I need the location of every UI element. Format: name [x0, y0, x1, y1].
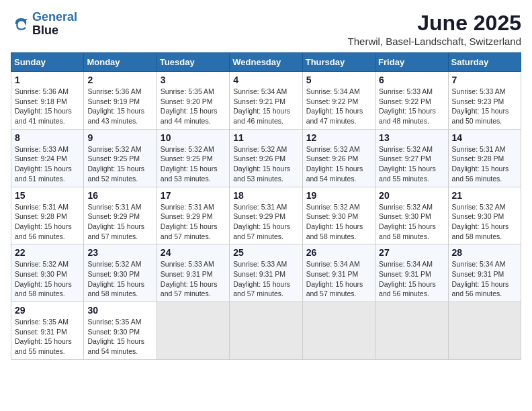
weekday-header-thursday: Thursday [302, 53, 375, 72]
day-info: Sunrise: 5:34 AMSunset: 9:31 PMDaylight:… [306, 259, 371, 299]
calendar-cell: 16Sunrise: 5:31 AMSunset: 9:29 PMDayligh… [84, 187, 157, 244]
calendar-cell: 24Sunrise: 5:33 AMSunset: 9:31 PMDayligh… [157, 244, 229, 302]
calendar-cell [448, 302, 521, 360]
day-number: 9 [87, 132, 152, 143]
weekday-header-friday: Friday [375, 53, 448, 72]
day-number: 10 [161, 132, 226, 143]
day-info: Sunrise: 5:31 AMSunset: 9:28 PMDaylight:… [452, 144, 517, 184]
calendar-cell: 8Sunrise: 5:33 AMSunset: 9:24 PMDaylight… [11, 129, 84, 187]
calendar-cell: 9Sunrise: 5:32 AMSunset: 9:25 PMDaylight… [84, 129, 157, 187]
day-info: Sunrise: 5:33 AMSunset: 9:23 PMDaylight:… [452, 87, 517, 126]
day-info: Sunrise: 5:34 AMSunset: 9:31 PMDaylight:… [379, 259, 444, 299]
day-info: Sunrise: 5:31 AMSunset: 9:29 PMDaylight:… [87, 202, 152, 242]
calendar-cell: 27Sunrise: 5:34 AMSunset: 9:31 PMDayligh… [375, 244, 448, 302]
weekday-header-wednesday: Wednesday [230, 53, 302, 72]
day-number: 12 [306, 132, 371, 143]
calendar-cell: 6Sunrise: 5:33 AMSunset: 9:22 PMDaylight… [375, 72, 448, 130]
calendar-cell [230, 302, 302, 360]
calendar-cell: 25Sunrise: 5:33 AMSunset: 9:31 PMDayligh… [230, 244, 302, 302]
day-number: 13 [379, 132, 444, 143]
page-header: General Blue June 2025 Therwil, Basel-La… [11, 11, 521, 47]
calendar-cell: 11Sunrise: 5:32 AMSunset: 9:26 PMDayligh… [230, 129, 302, 187]
calendar-cell: 19Sunrise: 5:32 AMSunset: 9:30 PMDayligh… [302, 187, 375, 244]
day-info: Sunrise: 5:36 AMSunset: 9:18 PMDaylight:… [15, 87, 80, 126]
calendar-week-row: 15Sunrise: 5:31 AMSunset: 9:28 PMDayligh… [11, 187, 521, 244]
page-subtitle: Therwil, Basel-Landschaft, Switzerland [348, 36, 521, 47]
calendar-table: SundayMondayTuesdayWednesdayThursdayFrid… [11, 52, 521, 360]
calendar-cell: 26Sunrise: 5:34 AMSunset: 9:31 PMDayligh… [302, 244, 375, 302]
calendar-cell: 28Sunrise: 5:34 AMSunset: 9:31 PMDayligh… [448, 244, 521, 302]
day-number: 1 [15, 75, 80, 85]
day-number: 8 [15, 132, 80, 143]
day-number: 30 [87, 305, 152, 316]
calendar-cell [157, 302, 229, 360]
day-number: 27 [379, 247, 444, 258]
day-number: 2 [87, 75, 152, 85]
day-number: 4 [233, 75, 298, 85]
day-info: Sunrise: 5:36 AMSunset: 9:19 PMDaylight:… [87, 87, 152, 126]
calendar-cell: 10Sunrise: 5:32 AMSunset: 9:25 PMDayligh… [157, 129, 229, 187]
logo: General Blue [11, 11, 77, 38]
day-info: Sunrise: 5:34 AMSunset: 9:21 PMDaylight:… [233, 87, 298, 126]
calendar-week-row: 1Sunrise: 5:36 AMSunset: 9:18 PMDaylight… [11, 72, 521, 130]
day-info: Sunrise: 5:33 AMSunset: 9:31 PMDaylight:… [161, 259, 226, 299]
day-info: Sunrise: 5:32 AMSunset: 9:30 PMDaylight:… [306, 202, 371, 242]
calendar-week-row: 29Sunrise: 5:35 AMSunset: 9:31 PMDayligh… [11, 302, 521, 360]
day-number: 19 [306, 190, 371, 201]
day-number: 26 [306, 247, 371, 258]
calendar-week-row: 22Sunrise: 5:32 AMSunset: 9:30 PMDayligh… [11, 244, 521, 302]
day-number: 11 [233, 132, 298, 143]
day-number: 20 [379, 190, 444, 201]
calendar-cell: 4Sunrise: 5:34 AMSunset: 9:21 PMDaylight… [230, 72, 302, 130]
day-info: Sunrise: 5:32 AMSunset: 9:26 PMDaylight:… [233, 144, 298, 184]
calendar-cell: 22Sunrise: 5:32 AMSunset: 9:30 PMDayligh… [11, 244, 84, 302]
day-number: 16 [87, 190, 152, 201]
day-number: 18 [233, 190, 298, 201]
calendar-cell: 2Sunrise: 5:36 AMSunset: 9:19 PMDaylight… [84, 72, 157, 130]
day-info: Sunrise: 5:35 AMSunset: 9:20 PMDaylight:… [161, 87, 226, 126]
weekday-header-saturday: Saturday [448, 53, 521, 72]
day-info: Sunrise: 5:35 AMSunset: 9:31 PMDaylight:… [15, 317, 80, 357]
calendar-cell: 3Sunrise: 5:35 AMSunset: 9:20 PMDaylight… [157, 72, 229, 130]
calendar-cell: 21Sunrise: 5:32 AMSunset: 9:30 PMDayligh… [448, 187, 521, 244]
day-info: Sunrise: 5:31 AMSunset: 9:29 PMDaylight:… [161, 202, 226, 242]
day-number: 29 [15, 305, 80, 316]
calendar-cell: 17Sunrise: 5:31 AMSunset: 9:29 PMDayligh… [157, 187, 229, 244]
day-number: 23 [87, 247, 152, 258]
calendar-cell: 13Sunrise: 5:32 AMSunset: 9:27 PMDayligh… [375, 129, 448, 187]
calendar-cell [302, 302, 375, 360]
calendar-cell: 5Sunrise: 5:34 AMSunset: 9:22 PMDaylight… [302, 72, 375, 130]
day-number: 3 [161, 75, 226, 85]
day-number: 22 [15, 247, 80, 258]
day-info: Sunrise: 5:31 AMSunset: 9:29 PMDaylight:… [233, 202, 298, 242]
day-info: Sunrise: 5:35 AMSunset: 9:30 PMDaylight:… [87, 317, 152, 357]
day-info: Sunrise: 5:33 AMSunset: 9:24 PMDaylight:… [15, 144, 80, 184]
calendar-cell: 30Sunrise: 5:35 AMSunset: 9:30 PMDayligh… [84, 302, 157, 360]
day-number: 25 [233, 247, 298, 258]
logo-icon [11, 15, 30, 34]
calendar-week-row: 8Sunrise: 5:33 AMSunset: 9:24 PMDaylight… [11, 129, 521, 187]
day-number: 28 [452, 247, 517, 258]
calendar-cell: 20Sunrise: 5:32 AMSunset: 9:30 PMDayligh… [375, 187, 448, 244]
day-info: Sunrise: 5:34 AMSunset: 9:22 PMDaylight:… [306, 87, 371, 126]
day-number: 7 [452, 75, 517, 85]
day-info: Sunrise: 5:32 AMSunset: 9:26 PMDaylight:… [306, 144, 371, 184]
calendar-cell: 12Sunrise: 5:32 AMSunset: 9:26 PMDayligh… [302, 129, 375, 187]
day-number: 14 [452, 132, 517, 143]
day-info: Sunrise: 5:32 AMSunset: 9:30 PMDaylight:… [87, 259, 152, 299]
calendar-cell: 23Sunrise: 5:32 AMSunset: 9:30 PMDayligh… [84, 244, 157, 302]
day-info: Sunrise: 5:32 AMSunset: 9:27 PMDaylight:… [379, 144, 444, 184]
calendar-cell [375, 302, 448, 360]
day-info: Sunrise: 5:32 AMSunset: 9:25 PMDaylight:… [87, 144, 152, 184]
day-info: Sunrise: 5:32 AMSunset: 9:25 PMDaylight:… [161, 144, 226, 184]
calendar-cell: 7Sunrise: 5:33 AMSunset: 9:23 PMDaylight… [448, 72, 521, 130]
day-number: 6 [379, 75, 444, 85]
day-number: 15 [15, 190, 80, 201]
day-info: Sunrise: 5:32 AMSunset: 9:30 PMDaylight:… [15, 259, 80, 299]
day-info: Sunrise: 5:33 AMSunset: 9:31 PMDaylight:… [233, 259, 298, 299]
day-info: Sunrise: 5:33 AMSunset: 9:22 PMDaylight:… [379, 87, 444, 126]
day-number: 17 [161, 190, 226, 201]
day-info: Sunrise: 5:32 AMSunset: 9:30 PMDaylight:… [452, 202, 517, 242]
logo-text: General Blue [32, 11, 77, 38]
calendar-cell: 1Sunrise: 5:36 AMSunset: 9:18 PMDaylight… [11, 72, 84, 130]
